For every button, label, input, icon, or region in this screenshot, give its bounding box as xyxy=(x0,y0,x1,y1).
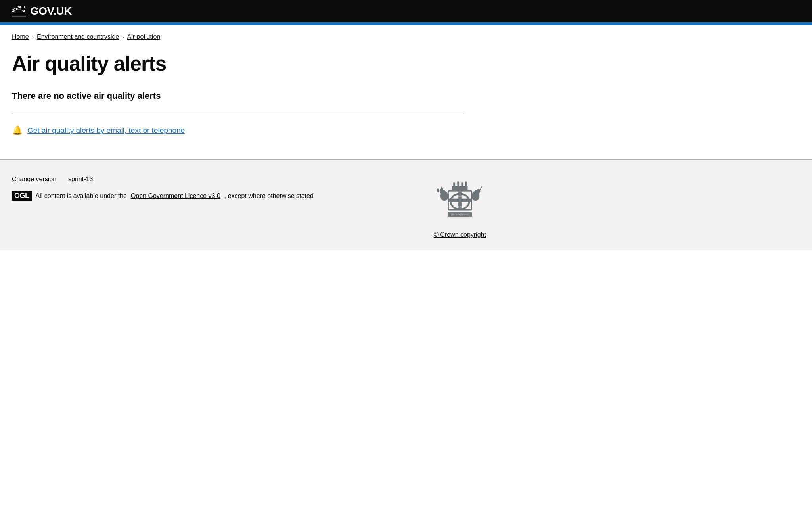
blue-bar xyxy=(0,22,812,25)
crown-copyright-link[interactable]: © Crown copyright xyxy=(434,231,486,238)
ogl-licence-link[interactable]: Open Government Licence v3.0 xyxy=(131,192,220,200)
crown-icon xyxy=(12,5,26,17)
page-title: Air quality alerts xyxy=(12,52,464,75)
svg-rect-10 xyxy=(461,183,463,187)
govuk-logo-link[interactable]: GOV.UK xyxy=(12,5,72,17)
footer-inner: Change version sprint-13 OGL All content… xyxy=(12,176,488,238)
footer-links: Change version sprint-13 xyxy=(12,176,314,183)
main-content: Home › Environment and countryside › Air… xyxy=(0,25,476,159)
alert-subscribe-row: 🔔 Get air quality alerts by email, text … xyxy=(12,125,464,136)
breadcrumb: Home › Environment and countryside › Air… xyxy=(12,33,464,40)
breadcrumb-environment[interactable]: Environment and countryside xyxy=(37,33,119,40)
site-header: GOV.UK xyxy=(0,0,812,22)
bell-icon: 🔔 xyxy=(12,125,23,136)
breadcrumb-air-pollution[interactable]: Air pollution xyxy=(127,33,161,40)
svg-line-6 xyxy=(480,186,482,190)
govuk-logo-text: GOV.UK xyxy=(30,5,72,17)
svg-text:QUI MAL Y PENSE: QUI MAL Y PENSE xyxy=(453,206,467,208)
svg-rect-3 xyxy=(449,199,471,202)
no-alerts-message: There are no active air quality alerts xyxy=(12,91,464,101)
site-footer: Change version sprint-13 OGL All content… xyxy=(0,159,812,250)
subscribe-link[interactable]: Get air quality alerts by email, text or… xyxy=(27,126,185,135)
change-version-link[interactable]: Change version xyxy=(12,176,56,183)
licence-suffix: , except where otherwise stated xyxy=(224,192,314,200)
licence-text: All content is available under the xyxy=(36,192,127,200)
footer-left: Change version sprint-13 OGL All content… xyxy=(12,176,314,201)
breadcrumb-home[interactable]: Home xyxy=(12,33,29,40)
footer-licence: OGL All content is available under the O… xyxy=(12,191,314,201)
coat-of-arms-icon: DIEU ET MON DROIT HONI SOIT QUI MAL Y PE… xyxy=(432,176,488,227)
content-divider xyxy=(12,113,464,113)
svg-rect-9 xyxy=(457,182,459,187)
breadcrumb-separator-1: › xyxy=(32,34,34,40)
svg-text:DIEU ET MON DROIT: DIEU ET MON DROIT xyxy=(451,214,469,216)
ogl-logo: OGL xyxy=(12,191,32,201)
svg-text:HONI SOIT: HONI SOIT xyxy=(456,195,464,197)
breadcrumb-separator-2: › xyxy=(122,34,124,40)
footer-right: DIEU ET MON DROIT HONI SOIT QUI MAL Y PE… xyxy=(432,176,488,238)
svg-rect-11 xyxy=(465,182,467,187)
sprint-link[interactable]: sprint-13 xyxy=(68,176,93,183)
svg-rect-8 xyxy=(453,183,455,187)
